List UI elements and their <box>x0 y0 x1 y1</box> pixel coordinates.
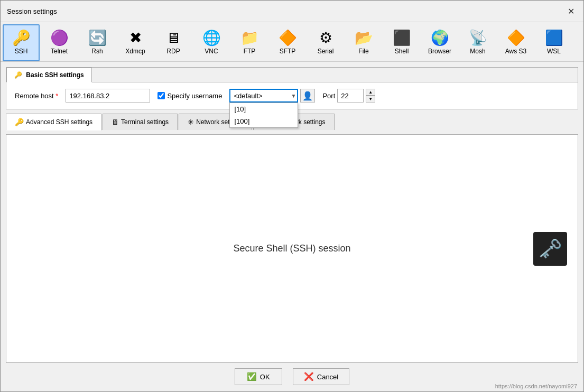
sftp-icon: 🔶 <box>279 31 297 45</box>
protocol-bar: 🔑 SSH 🟣 Telnet 🔄 Rsh ✖ Xdmcp 🖥 RDP 🌐 VNC… <box>1 22 583 62</box>
protocol-item-ftp[interactable]: 📁 FTP <box>231 24 268 61</box>
ok-icon: ✅ <box>247 372 257 381</box>
sftp-label: SFTP <box>280 48 296 55</box>
port-spinner: ▲ ▼ <box>366 89 375 102</box>
protocol-item-shell[interactable]: ⬛ Shell <box>383 24 420 61</box>
ssh-icon: 🔑 <box>12 31 31 45</box>
cancel-label: Cancel <box>317 373 338 381</box>
telnet-icon: 🟣 <box>50 31 69 45</box>
ftp-label: FTP <box>244 48 256 55</box>
specify-username-checkbox-label[interactable]: Specify username <box>157 92 222 100</box>
telnet-label: Telnet <box>51 48 68 55</box>
username-select[interactable]: <default>[10][100] <box>229 89 298 102</box>
port-input[interactable] <box>337 89 364 102</box>
footer: ✅ OK ❌ Cancel https://blog.csdn.net/nayo… <box>1 363 583 391</box>
terminal-tab-label: Terminal settings <box>121 118 169 126</box>
rdp-label: RDP <box>166 48 180 55</box>
shell-label: Shell <box>395 48 409 55</box>
basic-ssh-panel: 🔑 Basic SSH settings Remote host * Speci… <box>6 67 578 109</box>
protocol-item-rdp[interactable]: 🖥 RDP <box>155 24 192 61</box>
close-button[interactable]: ✕ <box>564 5 577 17</box>
port-area: Port ▲ ▼ <box>322 89 375 102</box>
protocol-item-vnc[interactable]: 🌐 VNC <box>193 24 230 61</box>
rsh-icon: 🔄 <box>88 31 107 45</box>
protocol-item-serial[interactable]: ⚙ Serial <box>307 24 344 61</box>
key-icon: 🗝️ <box>533 232 567 266</box>
file-icon: 📂 <box>355 31 373 45</box>
footer-url: https://blog.csdn.net/nayomi927 <box>495 383 577 389</box>
basic-ssh-panel-body: Remote host * Specify username <default>… <box>6 82 578 109</box>
specify-username-checkbox[interactable] <box>157 92 165 99</box>
port-label: Port <box>322 92 335 100</box>
specify-username-label: Specify username <box>167 92 222 100</box>
protocol-item-rsh[interactable]: 🔄 Rsh <box>79 24 116 61</box>
serial-label: Serial <box>318 48 334 55</box>
ssh-label: SSH <box>15 48 28 55</box>
panel-tab-header: 🔑 Basic SSH settings <box>6 68 578 82</box>
session-label: Secure Shell (SSH) session <box>233 243 350 254</box>
port-decrement-button[interactable]: ▼ <box>366 96 375 102</box>
main-content: 🔑 Basic SSH settings Remote host * Speci… <box>1 62 583 363</box>
username-select-wrapper: <default>[10][100] ▼ [10][100] <box>229 89 298 102</box>
awss3-label: Aws S3 <box>505 48 526 55</box>
dropdown-item-10[interactable]: [10] <box>230 103 298 115</box>
cancel-icon: ❌ <box>304 372 314 381</box>
remote-host-label: Remote host * <box>15 92 58 100</box>
serial-icon: ⚙ <box>319 31 332 45</box>
cancel-button[interactable]: ❌ Cancel <box>293 368 349 385</box>
protocol-item-awss3[interactable]: 🔶 Aws S3 <box>497 24 534 61</box>
user-icon-button[interactable]: 👤 <box>300 89 315 102</box>
protocol-item-wsl[interactable]: 🟦 WSL <box>535 24 572 61</box>
xdmcp-label: Xdmcp <box>125 48 145 55</box>
ftp-icon: 📁 <box>240 31 259 45</box>
browser-label: Browser <box>428 48 451 55</box>
wsl-label: WSL <box>547 48 561 55</box>
window-title: Session settings <box>7 7 57 15</box>
terminal-tab-icon: 🖥 <box>112 118 119 126</box>
ok-label: OK <box>260 373 270 381</box>
port-increment-button[interactable]: ▲ <box>366 89 375 96</box>
username-dropdown-popup: [10][100] <box>229 102 298 128</box>
tab-terminal[interactable]: 🖥 Terminal settings <box>103 114 178 130</box>
tab-basic-ssh[interactable]: 🔑 Basic SSH settings <box>6 68 92 82</box>
remote-host-input[interactable] <box>66 89 150 102</box>
vnc-icon: 🌐 <box>202 31 221 45</box>
protocol-item-browser[interactable]: 🌍 Browser <box>421 24 458 61</box>
awss3-icon: 🔶 <box>507 31 525 45</box>
file-label: File <box>358 48 368 55</box>
rdp-icon: 🖥 <box>166 31 181 45</box>
dropdown-item-100[interactable]: [100] <box>230 115 298 127</box>
xdmcp-icon: ✖ <box>129 31 142 45</box>
rsh-label: Rsh <box>91 48 103 55</box>
protocol-item-xdmcp[interactable]: ✖ Xdmcp <box>117 24 154 61</box>
browser-icon: 🌍 <box>431 31 449 45</box>
content-area: Secure Shell (SSH) session 🗝️ <box>6 134 578 363</box>
advanced-tab-label: Advanced SSH settings <box>26 118 92 126</box>
network-tab-icon: ✳ <box>188 118 194 126</box>
shell-icon: ⬛ <box>393 31 411 45</box>
protocol-item-ssh[interactable]: 🔑 SSH <box>3 24 40 61</box>
protocol-item-file[interactable]: 📂 File <box>345 24 382 61</box>
protocol-item-telnet[interactable]: 🟣 Telnet <box>41 24 78 61</box>
mosh-label: Mosh <box>470 48 485 55</box>
basic-ssh-tab-label: Basic SSH settings <box>26 71 84 79</box>
basic-ssh-tab-icon: 🔑 <box>14 71 22 79</box>
protocol-item-mosh[interactable]: 📡 Mosh <box>459 24 496 61</box>
title-bar: Session settings ✕ <box>1 1 583 22</box>
tab-advanced[interactable]: 🔑 Advanced SSH settings <box>6 114 101 130</box>
ok-button[interactable]: ✅ OK <box>235 368 282 385</box>
mosh-icon: 📡 <box>469 31 487 45</box>
advanced-tab-icon: 🔑 <box>15 118 24 126</box>
protocol-item-sftp[interactable]: 🔶 SFTP <box>269 24 306 61</box>
session-settings-window: Session settings ✕ 🔑 SSH 🟣 Telnet 🔄 Rsh … <box>0 0 584 392</box>
username-area: <default>[10][100] ▼ [10][100] 👤 <box>229 89 315 102</box>
wsl-icon: 🟦 <box>545 31 563 45</box>
vnc-label: VNC <box>205 48 218 55</box>
